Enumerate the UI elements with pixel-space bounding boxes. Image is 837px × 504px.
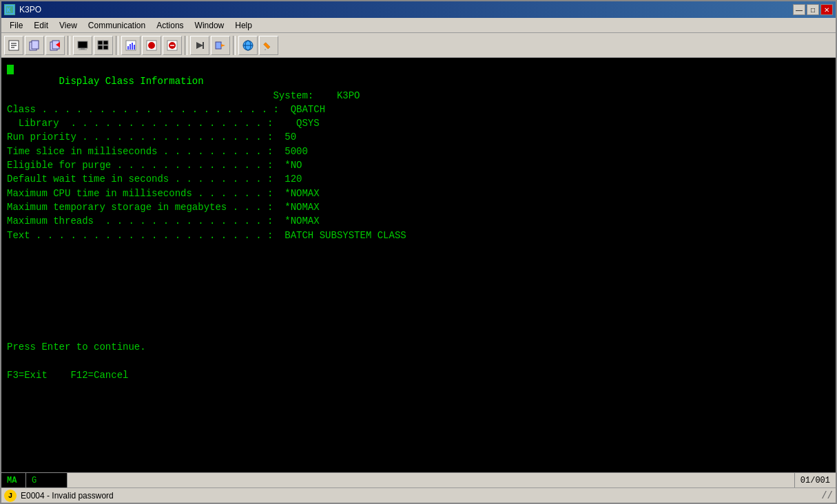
row-2: Run priority . . . . . . . . . . . . . .… — [7, 130, 830, 144]
blank-1 — [7, 242, 830, 256]
info-icon: J — [4, 490, 17, 502]
row-5: Default wait time in seconds . . . . . .… — [7, 172, 830, 186]
title-bar-left: K K3PO — [4, 4, 41, 15]
menu-actions[interactable]: Actions — [151, 19, 189, 32]
toolbar-chart[interactable] — [121, 36, 141, 55]
app-icon: K — [4, 4, 15, 15]
svg-rect-15 — [103, 41, 108, 45]
window-title: K3PO — [19, 5, 41, 14]
toolbar-globe[interactable] — [238, 36, 258, 55]
toolbar — [1, 33, 836, 58]
info-message: E0004 - Invalid password — [21, 491, 114, 501]
toolbar-sep1 — [68, 36, 70, 55]
svg-rect-30 — [216, 42, 221, 49]
terminal-container[interactable]: Display Class Information System: K3PO C… — [1, 58, 836, 472]
blank-5 — [7, 298, 830, 312]
row-0: Class . . . . . . . . . . . . . . . . . … — [7, 103, 830, 116]
svg-marker-28 — [196, 42, 203, 49]
svg-rect-36 — [264, 42, 270, 48]
toolbar-copy1[interactable] — [25, 36, 44, 55]
toolbar-new[interactable] — [4, 36, 23, 55]
svg-rect-21 — [132, 43, 133, 50]
row-3: Time slice in milliseconds . . . . . . .… — [7, 145, 830, 158]
maximize-button[interactable]: □ — [807, 4, 819, 15]
toolbar-screen2[interactable] — [94, 36, 113, 55]
info-bar: J E0004 - Invalid password // — [1, 487, 836, 503]
svg-text:K: K — [7, 7, 11, 14]
system-line: System: K3PO — [7, 89, 830, 103]
info-arrow: // — [821, 490, 833, 501]
terminal-screen[interactable]: Display Class Information System: K3PO C… — [1, 58, 836, 472]
svg-rect-19 — [127, 46, 129, 50]
toolbar-sep4 — [233, 36, 236, 55]
toolbar-pencil[interactable] — [259, 36, 278, 55]
row-1: Library . . . . . . . . . . . . . . . . … — [7, 116, 830, 130]
toolbar-next1[interactable] — [190, 36, 209, 55]
title-bar: K K3PO — □ ✕ — [1, 1, 836, 18]
svg-rect-7 — [32, 41, 39, 49]
menu-bar: File Edit View Communication Actions Win… — [1, 18, 836, 33]
row-7: Maximum temporary storage in megabytes .… — [7, 200, 830, 214]
row-6: Maximum CPU time in milliseconds . . . .… — [7, 187, 830, 200]
menu-communication[interactable]: Communication — [83, 19, 151, 32]
blank-3 — [7, 270, 830, 284]
main-window: K K3PO — □ ✕ File Edit View Communicatio… — [0, 0, 837, 504]
toolbar-sep3 — [185, 36, 187, 55]
toolbar-red2[interactable] — [163, 36, 182, 55]
menu-help[interactable]: Help — [229, 19, 258, 32]
minimize-button[interactable]: — — [793, 4, 805, 15]
svg-marker-35 — [265, 49, 266, 50]
toolbar-screen1[interactable] — [73, 36, 92, 55]
menu-view[interactable]: View — [54, 19, 83, 32]
press-enter: Press Enter to continue. — [7, 340, 830, 354]
toolbar-next2[interactable] — [211, 36, 230, 55]
svg-rect-22 — [134, 45, 135, 50]
svg-rect-17 — [103, 45, 108, 50]
row-9: Text . . . . . . . . . . . . . . . . . .… — [7, 229, 830, 242]
title-bar-buttons: — □ ✕ — [793, 4, 833, 15]
status-g: G — [26, 473, 68, 487]
status-bar: MA G 01/001 — [1, 472, 836, 487]
svg-rect-20 — [130, 44, 131, 50]
svg-rect-11 — [78, 41, 87, 48]
row-8: Maximum threads . . . . . . . . . . . . … — [7, 214, 830, 228]
toolbar-red1[interactable] — [142, 36, 161, 55]
row-4: Eligible for purge . . . . . . . . . . .… — [7, 158, 830, 172]
title-line: Display Class Information — [7, 74, 830, 88]
blank-7 — [7, 326, 830, 340]
svg-marker-31 — [221, 44, 225, 47]
toolbar-copy2[interactable] — [45, 36, 65, 55]
blank-6 — [7, 312, 830, 326]
blank-8 — [7, 354, 830, 368]
menu-file[interactable]: File — [4, 19, 28, 32]
cursor-line — [7, 61, 830, 74]
fkeys: F3=Exit F12=Cancel — [7, 368, 830, 382]
close-button[interactable]: ✕ — [820, 4, 833, 15]
blank-4 — [7, 284, 830, 298]
svg-rect-16 — [98, 45, 103, 50]
svg-point-24 — [148, 42, 155, 49]
menu-window[interactable]: Window — [189, 19, 230, 32]
status-ma: MA — [1, 473, 26, 487]
blank-2 — [7, 256, 830, 270]
menu-edit[interactable]: Edit — [28, 19, 54, 32]
svg-rect-14 — [98, 41, 103, 45]
status-page: 01/001 — [794, 473, 836, 487]
toolbar-sep2 — [116, 36, 118, 55]
